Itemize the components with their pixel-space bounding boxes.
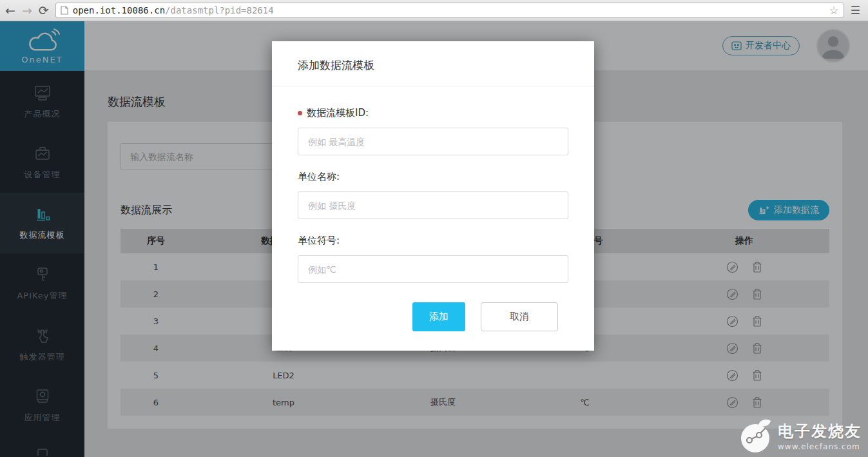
address-bar[interactable]: open.iot.10086.cn/datasmtpl?pid=82614 ☆ xyxy=(55,3,844,18)
modal-body: 数据流模板ID: 单位名称: 单位符号: xyxy=(272,86,594,283)
modal-title: 添加数据流模板 xyxy=(272,41,594,86)
watermark-site: www.elecfans.com xyxy=(778,442,862,451)
forward-icon[interactable]: → xyxy=(22,5,32,17)
field-label-text: 数据流模板ID: xyxy=(307,107,369,119)
page-icon xyxy=(61,6,68,15)
refresh-icon[interactable]: ⟳ xyxy=(39,5,49,17)
browser-chrome: ← → ⟳ open.iot.10086.cn/datasmtpl?pid=82… xyxy=(0,0,868,21)
watermark-text: 电子发烧友 www.elecfans.com xyxy=(778,421,862,451)
elecfans-logo-icon xyxy=(739,417,773,454)
field-label-text: 单位名称: xyxy=(298,171,340,183)
bookmark-star-icon[interactable]: ☆ xyxy=(829,4,839,17)
required-dot-icon xyxy=(298,111,302,115)
back-icon[interactable]: ← xyxy=(5,5,15,17)
field-label-template-id: 数据流模板ID: xyxy=(298,107,568,119)
unit-symbol-input[interactable] xyxy=(298,255,568,283)
url-text: open.iot.10086.cn/datasmtpl?pid=82614 xyxy=(73,5,825,15)
confirm-add-button[interactable]: 添加 xyxy=(412,302,465,331)
modal-buttons: 添加 取消 xyxy=(272,283,594,351)
watermark-brand: 电子发烧友 xyxy=(778,421,862,442)
cancel-button[interactable]: 取消 xyxy=(481,302,558,331)
template-id-input[interactable] xyxy=(298,128,568,155)
elecfans-watermark: 电子发烧友 www.elecfans.com xyxy=(739,417,862,454)
unit-name-input[interactable] xyxy=(298,191,568,219)
field-label-text: 单位符号: xyxy=(298,235,340,247)
field-label-unit-symbol: 单位符号: xyxy=(298,235,568,247)
browser-menu-icon[interactable]: ☰ xyxy=(851,4,863,17)
field-label-unit-name: 单位名称: xyxy=(298,171,568,183)
add-datastream-modal: 添加数据流模板 数据流模板ID: 单位名称: 单位符号: 添加 取消 xyxy=(272,41,594,351)
